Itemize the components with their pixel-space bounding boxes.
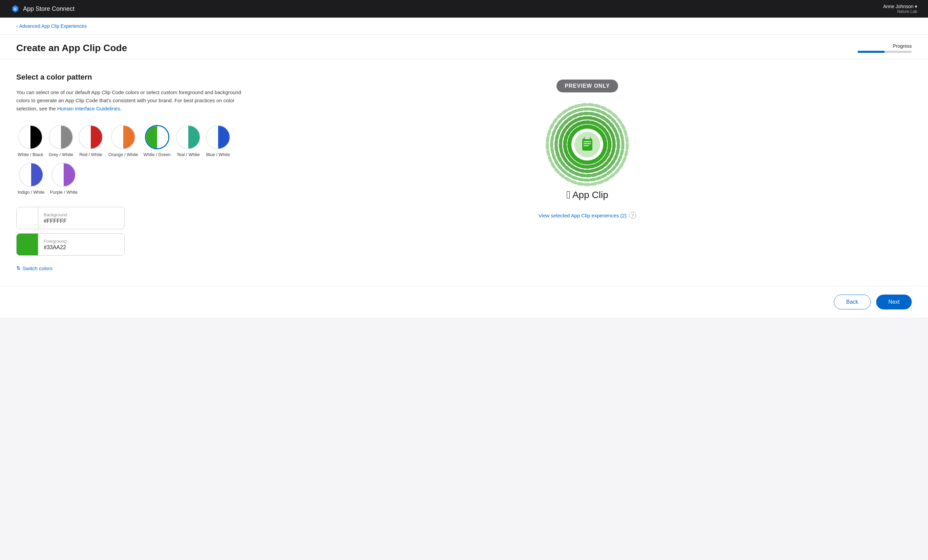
color-inputs: Background #FFFFFF Foreground #33AA22 — [16, 207, 247, 256]
apple-logo-icon:  — [566, 189, 570, 201]
foreground-color-swatch — [17, 233, 38, 255]
swatch-teal-white-label: Teal / White — [177, 152, 200, 157]
swatch-white-black-label: White / Black — [18, 152, 43, 157]
foreground-color-fields: Foreground #33AA22 — [38, 236, 124, 253]
swatch-purple-white[interactable]: Purple / White — [49, 161, 79, 196]
progress-bar-container — [858, 51, 912, 53]
svg-text:A: A — [14, 8, 16, 11]
switch-colors-button[interactable]: ⇅ Switch colors — [16, 264, 52, 273]
user-name-text: Anne Johnson — [883, 4, 913, 9]
hig-link[interactable]: Human Interface Guidelines — [57, 105, 120, 111]
app-store-connect-logo: A App Store Connect — [11, 5, 75, 13]
swatch-purple-white-label: Purple / White — [50, 189, 78, 195]
swatch-white-black[interactable]: White / Black — [16, 124, 45, 159]
preview-only-badge: PREVIEW ONLY — [557, 79, 618, 92]
help-icon[interactable]: ? — [629, 212, 636, 219]
background-color-row[interactable]: Background #FFFFFF — [16, 207, 125, 229]
description-text-1: You can select one of our default App Cl… — [16, 89, 241, 111]
content-area: Select a color pattern You can select on… — [0, 59, 928, 286]
swatch-blue-white[interactable]: Blue / White — [205, 124, 232, 159]
swatch-red-white-circle — [79, 125, 103, 149]
swatch-purple-white-circle — [52, 163, 76, 187]
background-color-label: Background — [44, 212, 119, 217]
swatch-red-white-label: Red / White — [79, 152, 102, 157]
swatch-orange-white[interactable]: Orange / White — [107, 124, 139, 159]
progress-bar-fill — [858, 51, 885, 53]
progress-label: Progress — [893, 43, 912, 49]
background-color-swatch — [17, 207, 38, 229]
user-chevron-icon: ▾ — [915, 4, 917, 9]
swatches-grid: White / Black Grey / White Red / White — [16, 124, 247, 196]
swatch-red-white[interactable]: Red / White — [77, 124, 104, 159]
swatch-grey-white-label: Grey / White — [49, 152, 73, 157]
background-color-fields: Background #FFFFFF — [38, 210, 124, 227]
page-header: Create an App Clip Code Progress — [0, 35, 928, 59]
background-color-value[interactable]: #FFFFFF — [44, 218, 119, 224]
switch-colors-icon: ⇅ — [16, 265, 21, 271]
section-title: Select a color pattern — [16, 73, 247, 82]
page-title: Create an App Clip Code — [16, 43, 127, 53]
description-text-2: . — [120, 105, 122, 111]
view-experiences-text: View selected App Clip experiences (2) — [539, 213, 627, 218]
foreground-color-value[interactable]: #33AA22 — [44, 244, 119, 250]
org-name-text: Nature Lab — [883, 9, 917, 14]
foreground-color-label: Foreground — [44, 239, 119, 244]
progress-section: Progress — [858, 43, 912, 53]
swatch-white-green[interactable]: White / Green — [142, 124, 172, 159]
next-button[interactable]: Next — [876, 294, 912, 310]
foreground-color-row[interactable]: Foreground #33AA22 — [16, 233, 125, 256]
footer-bar: Back Next — [0, 286, 928, 317]
logo-icon: A — [11, 5, 20, 13]
app-clip-code-preview — [543, 101, 631, 189]
swatch-orange-white-circle — [111, 125, 136, 149]
svg-rect-23 — [583, 145, 589, 146]
left-panel: Select a color pattern You can select on… — [16, 73, 247, 273]
main-container: ‹ Advanced App Clip Experiences Create a… — [0, 18, 928, 317]
view-experiences-link[interactable]: View selected App Clip experiences (2) ? — [539, 212, 636, 219]
swatch-grey-white[interactable]: Grey / White — [47, 124, 75, 159]
svg-rect-20 — [585, 136, 590, 139]
svg-rect-21 — [583, 141, 591, 142]
app-store-connect-title: App Store Connect — [23, 5, 75, 12]
right-panel: PREVIEW ONLY — [263, 73, 912, 273]
topbar: A App Store Connect Anne Johnson ▾ Natur… — [0, 0, 928, 18]
section-description: You can select one of our default App Cl… — [16, 89, 247, 113]
app-clip-text: App Clip — [572, 189, 608, 200]
swatch-white-green-circle — [145, 125, 169, 149]
swatch-indigo-white-label: Indigo / White — [18, 189, 45, 195]
switch-colors-label: Switch colors — [23, 266, 52, 271]
swatch-teal-white-circle — [176, 125, 200, 149]
breadcrumb-chevron: ‹ — [16, 23, 18, 29]
swatch-blue-white-label: Blue / White — [206, 152, 230, 157]
swatch-blue-white-circle — [206, 125, 230, 149]
back-button[interactable]: Back — [834, 294, 871, 310]
svg-rect-22 — [583, 143, 591, 144]
swatch-orange-white-label: Orange / White — [108, 152, 138, 157]
swatch-teal-white[interactable]: Teal / White — [175, 124, 202, 159]
breadcrumb-label: Advanced App Clip Experiences — [19, 23, 87, 29]
user-menu[interactable]: Anne Johnson ▾ Nature Lab — [883, 4, 917, 14]
swatch-indigo-white[interactable]: Indigo / White — [16, 161, 46, 196]
breadcrumb-bar: ‹ Advanced App Clip Experiences — [0, 18, 928, 35]
swatch-indigo-white-circle — [19, 163, 43, 187]
swatch-grey-white-circle — [49, 125, 73, 149]
swatch-white-green-label: White / Green — [143, 152, 171, 157]
app-clip-label:  App Clip — [566, 189, 608, 201]
swatch-white-black-circle — [18, 125, 43, 149]
breadcrumb-link[interactable]: ‹ Advanced App Clip Experiences — [16, 23, 87, 34]
